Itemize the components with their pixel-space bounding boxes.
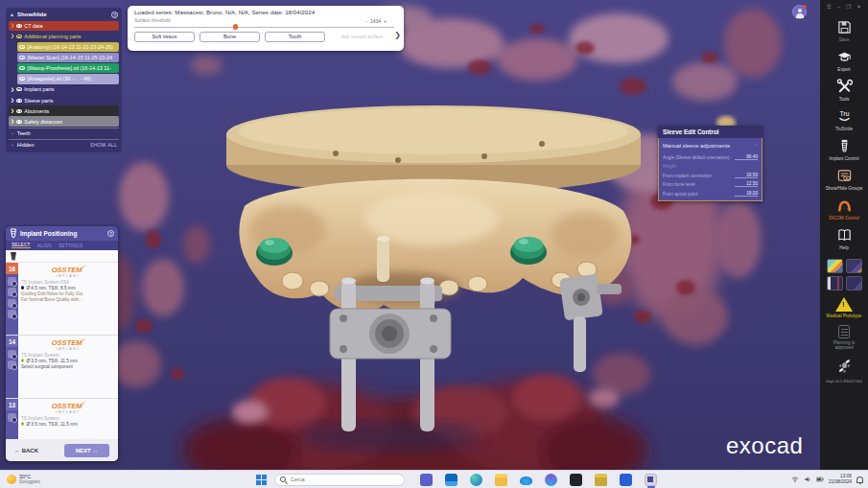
help-icon[interactable]: ? (111, 12, 118, 18)
start-button[interactable] (256, 475, 267, 485)
taskbar-icon-edge[interactable] (470, 474, 482, 486)
taskbar-icon-app[interactable] (620, 474, 632, 486)
search-input[interactable] (289, 476, 399, 483)
view-orientation-control[interactable] (836, 358, 853, 374)
layer-row-implant-parts[interactable]: ❯ Implant parts (9, 84, 119, 95)
taskbar-icon-exocad-active[interactable] (645, 474, 657, 486)
collapse-icon[interactable]: ⌄ (11, 142, 14, 147)
select-component-label[interactable]: Select surgical component (21, 364, 115, 370)
view-preset-4[interactable] (846, 276, 862, 290)
eye-icon[interactable] (16, 109, 22, 113)
collapse-icon[interactable]: ⌄ (11, 130, 14, 135)
eye-icon[interactable] (19, 45, 25, 49)
angle-field[interactable]: 90.40 (735, 154, 758, 160)
sidebar-item-help[interactable]: Help (836, 227, 853, 250)
taskbar-icon-teams[interactable] (420, 474, 433, 486)
sidebar-item-trusmile[interactable]: Tru TruSmile (835, 108, 853, 131)
expand-icon[interactable]: ❯ (11, 87, 14, 92)
implant-step-icon[interactable] (8, 350, 16, 359)
implant-card-13[interactable]: 13 OSSTEM® IMPLANT TS Implant System Ø 3… (6, 399, 118, 439)
user-avatar[interactable] (792, 5, 807, 19)
help-icon[interactable]: ? (107, 230, 114, 237)
manual-adjustments-section[interactable]: Manual sleeve adjustments ⌃ (663, 141, 758, 151)
taskbar-clock[interactable]: 13:06 21/08/2024 (829, 474, 852, 485)
show-hide-header[interactable]: ▲ Show/Hide ? (6, 9, 122, 20)
tooth-button[interactable]: Tooth (265, 32, 325, 42)
view-preset-2[interactable] (846, 259, 862, 273)
implant-connection-field[interactable]: 10.50 (735, 173, 758, 178)
close-icon[interactable]: ✕ (856, 4, 861, 10)
layer-row-ct-data[interactable]: ❯ CT data (9, 21, 119, 32)
tab-settings[interactable]: SETTINGS (59, 244, 82, 248)
taskbar-icon-folder[interactable] (595, 474, 607, 486)
back-button[interactable]: ← BACK (14, 448, 38, 453)
expand-icon[interactable]: ❯ (11, 23, 14, 28)
layer-row-safety-distances[interactable]: ❯ Safety distances (9, 116, 119, 127)
collapse-icon[interactable]: ⌃ (754, 144, 758, 149)
expand-toolbar-icon[interactable]: ❯ (394, 31, 401, 39)
component-step-icon[interactable] (8, 310, 16, 318)
sidebar-item-expert[interactable]: Expert (836, 49, 853, 72)
next-button[interactable]: NEXT → (64, 444, 109, 457)
weather-widget[interactable]: 30°C Soleggiato (7, 474, 40, 484)
threshold-slider[interactable] (134, 27, 394, 28)
maximize-icon[interactable]: ❐ (846, 4, 851, 10)
eye-icon[interactable] (16, 24, 22, 28)
eye-icon[interactable] (19, 77, 25, 81)
eye-icon[interactable] (19, 66, 25, 70)
drill-step-icon[interactable] (8, 288, 16, 296)
taskbar-icon-file-explorer[interactable] (495, 474, 507, 486)
taskbar-icon-onedrive[interactable] (520, 476, 532, 485)
layer-row-master-scan[interactable]: [Master Scan] (16-14-15 11-25-23-24 (17, 53, 119, 63)
sidebar-item-tools[interactable]: Tools (836, 79, 853, 102)
battery-icon[interactable] (816, 476, 824, 483)
taskbar-search[interactable] (274, 474, 405, 486)
implant-card-16[interactable]: 16 OSSTEM® IMPLANT TS Implant System KS4… (6, 263, 118, 336)
implant-step-icon[interactable] (8, 277, 16, 286)
volume-icon[interactable] (804, 476, 811, 483)
planning-approved-item[interactable]: Planning is approved (825, 325, 863, 351)
expand-icon[interactable]: ❯ (11, 108, 14, 113)
tab-align[interactable]: ALIGN (37, 244, 52, 248)
eye-icon[interactable] (16, 99, 22, 103)
show-all-link[interactable]: SHOW ALL (90, 142, 117, 148)
layer-row-sleeve-parts[interactable]: ❯ Sleeve parts (9, 95, 119, 105)
bone-button[interactable]: Bone (199, 32, 260, 42)
view-preset-1[interactable] (827, 259, 843, 273)
wifi-icon[interactable] (791, 476, 799, 483)
section-hidden[interactable]: ⌄ Hidden SHOW ALL (9, 139, 119, 150)
eye-icon[interactable] (16, 35, 22, 38)
implant-card-14[interactable]: 14 OSSTEM® IMPLANT TS Implant System Ø 3… (6, 336, 118, 399)
eye-icon[interactable] (16, 87, 22, 91)
slider-knob[interactable] (233, 24, 239, 30)
bone-level-field[interactable]: 12.50 (735, 181, 758, 187)
sidebar-item-show-hide-groups[interactable]: Show/Hide Groups (823, 168, 865, 191)
layer-row-waxup-prosthesis[interactable]: [Waxup-Prosthesis].stl (16-14-13 11- (17, 63, 119, 74)
menu-icon[interactable]: ☰ (827, 4, 832, 10)
notifications-bell-icon[interactable] (856, 476, 863, 483)
sidebar-item-implant-control[interactable]: Implant Control (829, 138, 858, 161)
view-preset-3[interactable] (827, 276, 843, 290)
expand-icon[interactable]: ❯ (11, 119, 14, 124)
drill-step-icon[interactable] (8, 360, 16, 369)
apical-point-field[interactable]: 19.00 (735, 191, 758, 197)
sidebar-item-save[interactable]: Save (836, 19, 853, 42)
threshold-minus-button[interactable]: - (365, 18, 367, 24)
implant-step-icon[interactable] (8, 413, 16, 422)
taskbar-icon-terminal[interactable] (570, 474, 582, 486)
soft-tissue-button[interactable]: Soft tissue (134, 32, 195, 42)
threshold-plus-button[interactable]: + (384, 18, 387, 24)
minimize-icon[interactable]: – (837, 4, 840, 10)
taskbar-icon-outlook[interactable] (445, 474, 457, 486)
implant-tool-icon[interactable] (11, 252, 16, 261)
expand-icon[interactable]: ❯ (11, 98, 14, 103)
tab-select[interactable]: SELECT (12, 243, 31, 248)
layer-row-antagonist[interactable]: [Antagonist].stl (36 - ... - 46) (17, 74, 119, 84)
expand-icon[interactable]: ❯ (11, 34, 14, 38)
taskbar-icon-browser[interactable] (545, 474, 557, 486)
3d-viewport[interactable]: exocad (0, 0, 820, 470)
layer-row-additional-planning-parts[interactable]: ❯ Additional planning parts (9, 32, 119, 42)
sleeve-panel-title[interactable]: Sleeve Edit Control (658, 126, 762, 138)
section-teeth[interactable]: ⌄ Teeth (9, 128, 119, 138)
sidebar-item-dicom-control[interactable]: DICOM Control (829, 198, 858, 221)
